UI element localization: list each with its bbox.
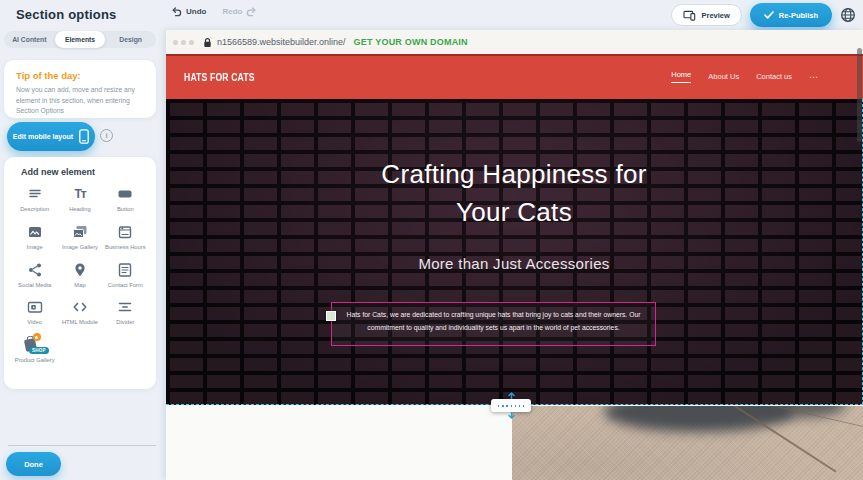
element-item-social-media[interactable]: Social Media — [12, 261, 57, 290]
arrow-up-icon — [507, 392, 516, 399]
sidebar-tabs: AI Content Elements Design — [4, 31, 156, 48]
nav-contact-us[interactable]: Contact us — [756, 72, 792, 81]
hero-body-text: Hats for Cats, we are dedicated to craft… — [347, 311, 641, 331]
site-preview-pane: n1566589.websitebuilder.online/ GET YOUR… — [166, 30, 863, 480]
hero-title-line2: Your Cats — [166, 193, 862, 231]
selected-text-element[interactable]: Hats for Cats, we are dedicated to craft… — [331, 302, 656, 346]
window-control-dots — [173, 40, 194, 45]
section-resize-handle[interactable] — [491, 392, 531, 419]
undo-label: Undo — [186, 7, 206, 16]
site-nav: Home About Us Contact us ⋯ — [671, 70, 845, 83]
element-item-html-module[interactable]: HTML Module — [57, 298, 102, 327]
language-globe-button[interactable] — [840, 7, 857, 24]
html-module-icon — [71, 298, 89, 316]
tip-of-the-day-card: Tip of the day: Now you can add, move an… — [4, 60, 156, 118]
website-builder-app: Section options Undo Redo Preview Re-Pub… — [0, 0, 863, 480]
business-hours-icon — [116, 223, 134, 241]
browser-bar: n1566589.websitebuilder.online/ GET YOUR… — [166, 30, 863, 54]
nav-home[interactable]: Home — [671, 70, 691, 83]
element-item-description[interactable]: Description — [12, 185, 57, 214]
history-controls: Undo Redo — [171, 6, 257, 17]
tip-body: Now you can add, move and resize any ele… — [16, 85, 144, 117]
tab-elements[interactable]: Elements — [55, 31, 106, 48]
button-icon — [116, 185, 134, 203]
republish-button[interactable]: Re-Publish — [750, 3, 832, 27]
preview-label: Preview — [701, 11, 729, 20]
map-pin-icon — [71, 261, 89, 279]
page-title: Section options — [16, 7, 117, 22]
nav-about-us[interactable]: About Us — [708, 72, 739, 81]
element-item-heading[interactable]: Tт Heading — [57, 185, 102, 214]
check-icon — [764, 11, 774, 19]
redo-icon — [246, 6, 257, 17]
lock-icon — [203, 37, 212, 48]
phone-icon — [79, 129, 89, 144]
top-actions: Preview Re-Publish — [671, 3, 857, 27]
social-media-icon — [26, 261, 44, 279]
tab-ai-content[interactable]: AI Content — [4, 31, 55, 48]
add-element-title: Add new element — [21, 167, 148, 177]
redo-label: Redo — [222, 7, 242, 16]
window-dot — [173, 40, 178, 45]
resize-dots — [498, 405, 524, 407]
undo-icon — [171, 6, 182, 17]
redo-button[interactable]: Redo — [222, 6, 257, 17]
scrollbar-thumb[interactable] — [857, 48, 862, 142]
element-item-image-gallery[interactable]: Image Gallery — [57, 223, 102, 252]
done-button[interactable]: Done — [6, 452, 61, 476]
element-item-image[interactable]: Image — [12, 223, 57, 252]
resize-pill[interactable] — [491, 399, 531, 412]
arrow-down-icon — [507, 412, 516, 419]
window-dot — [181, 40, 186, 45]
element-grid: Description Tт Heading Button Image Imag… — [12, 185, 148, 365]
shop-badge: SHOP — [29, 347, 49, 354]
get-own-domain-link[interactable]: GET YOUR OWN DOMAIN — [354, 37, 468, 47]
hero-title: Crafting Happiness for Your Cats — [166, 99, 862, 231]
add-new-element-panel: Add new element Description Tт Heading B… — [4, 157, 156, 389]
hero-title-line1: Crafting Happiness for — [166, 155, 862, 193]
hero-section: Crafting Happiness for Your Cats More th… — [166, 99, 863, 405]
info-button[interactable]: i — [100, 129, 113, 142]
element-item-button[interactable]: Button — [103, 185, 148, 214]
image-gallery-icon — [71, 223, 89, 241]
contact-form-icon — [116, 261, 134, 279]
image-icon — [26, 223, 44, 241]
site-logo: HATS FOR CATS — [184, 71, 255, 83]
devices-icon — [683, 10, 696, 21]
heading-icon: Tт — [74, 185, 85, 203]
divider-icon — [116, 298, 134, 316]
republish-label: Re-Publish — [779, 11, 818, 20]
drag-handle[interactable] — [326, 311, 336, 321]
tab-design[interactable]: Design — [105, 31, 156, 48]
undo-button[interactable]: Undo — [171, 6, 206, 17]
globe-icon — [840, 7, 856, 23]
element-item-video[interactable]: Video — [12, 298, 57, 327]
nav-more-button[interactable]: ⋯ — [809, 72, 819, 82]
element-item-product-gallery[interactable]: SHOP Product Gallery — [12, 336, 57, 365]
description-icon — [26, 185, 44, 203]
site-header: HATS FOR CATS Home About Us Contact us ⋯ — [166, 54, 863, 99]
sidebar-divider — [8, 445, 156, 446]
window-dot — [189, 40, 194, 45]
element-item-contact-form[interactable]: Contact Form — [103, 261, 148, 290]
element-item-divider[interactable]: Divider — [103, 298, 148, 327]
edit-mobile-layout-button[interactable]: Edit mobile layout — [7, 122, 95, 151]
tip-title: Tip of the day: — [16, 70, 144, 81]
section-photo — [512, 406, 863, 480]
info-icon: i — [105, 131, 107, 140]
product-gallery-icon: SHOP — [23, 336, 47, 354]
element-item-business-hours[interactable]: Business Hours — [103, 223, 148, 252]
element-item-map[interactable]: Map — [57, 261, 102, 290]
notification-badge — [33, 333, 41, 341]
site-url[interactable]: n1566589.websitebuilder.online/ — [217, 37, 346, 47]
preview-button[interactable]: Preview — [671, 4, 741, 26]
video-icon — [26, 298, 44, 316]
hero-subtitle: More than Just Accessories — [166, 255, 862, 272]
edit-mobile-label: Edit mobile layout — [13, 133, 73, 140]
